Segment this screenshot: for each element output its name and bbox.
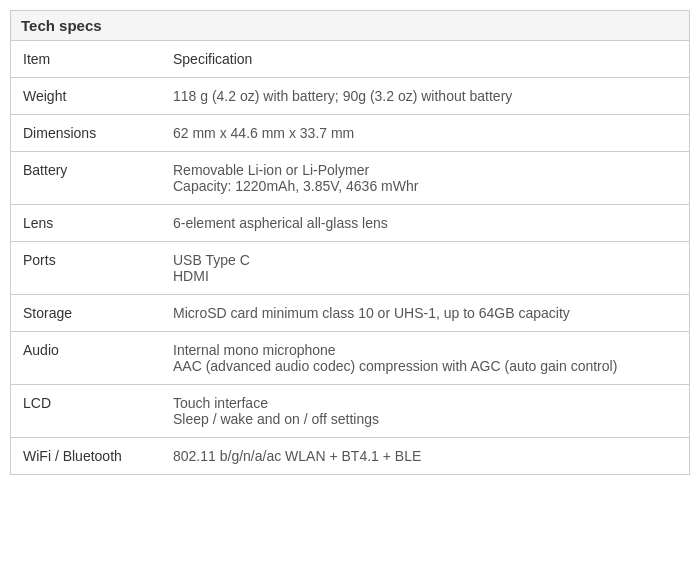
header-col1: Item [11, 41, 161, 78]
spec-line: AAC (advanced audio codec) compression w… [173, 358, 677, 374]
row-spec: Touch interfaceSleep / wake and on / off… [161, 385, 689, 438]
spec-line: 6-element aspherical all-glass lens [173, 215, 677, 231]
row-item: WiFi / Bluetooth [11, 438, 161, 475]
row-item: Dimensions [11, 115, 161, 152]
table-row: AudioInternal mono microphoneAAC (advanc… [11, 332, 689, 385]
table-row: PortsUSB Type CHDMI [11, 242, 689, 295]
row-item: Storage [11, 295, 161, 332]
row-spec: 62 mm x 44.6 mm x 33.7 mm [161, 115, 689, 152]
spec-line: MicroSD card minimum class 10 or UHS-1, … [173, 305, 677, 321]
row-spec: Internal mono microphoneAAC (advanced au… [161, 332, 689, 385]
spec-line: Sleep / wake and on / off settings [173, 411, 677, 427]
table-row: LCDTouch interfaceSleep / wake and on / … [11, 385, 689, 438]
row-spec: Removable Li-ion or Li-PolymerCapacity: … [161, 152, 689, 205]
spec-line: Touch interface [173, 395, 677, 411]
row-item: Lens [11, 205, 161, 242]
table-row: StorageMicroSD card minimum class 10 or … [11, 295, 689, 332]
row-spec: MicroSD card minimum class 10 or UHS-1, … [161, 295, 689, 332]
table-row: Weight118 g (4.2 oz) with battery; 90g (… [11, 78, 689, 115]
table-row: Dimensions62 mm x 44.6 mm x 33.7 mm [11, 115, 689, 152]
row-spec: USB Type CHDMI [161, 242, 689, 295]
table-row: Lens6-element aspherical all-glass lens [11, 205, 689, 242]
row-item: Battery [11, 152, 161, 205]
table-row: BatteryRemovable Li-ion or Li-PolymerCap… [11, 152, 689, 205]
row-item: Weight [11, 78, 161, 115]
spec-line: Removable Li-ion or Li-Polymer [173, 162, 677, 178]
row-spec: 802.11 b/g/n/a/ac WLAN + BT4.1 + BLE [161, 438, 689, 475]
spec-line: HDMI [173, 268, 677, 284]
spec-line: 118 g (4.2 oz) with battery; 90g (3.2 oz… [173, 88, 677, 104]
spec-line: Capacity: 1220mAh, 3.85V, 4636 mWhr [173, 178, 677, 194]
table-row: WiFi / Bluetooth802.11 b/g/n/a/ac WLAN +… [11, 438, 689, 475]
spec-line: 802.11 b/g/n/a/ac WLAN + BT4.1 + BLE [173, 448, 677, 464]
row-item: Ports [11, 242, 161, 295]
row-spec: 6-element aspherical all-glass lens [161, 205, 689, 242]
spec-line: Internal mono microphone [173, 342, 677, 358]
row-item: LCD [11, 385, 161, 438]
spec-line: USB Type C [173, 252, 677, 268]
spec-line: 62 mm x 44.6 mm x 33.7 mm [173, 125, 677, 141]
row-item: Audio [11, 332, 161, 385]
header-col2: Specification [161, 41, 689, 78]
table-title: Tech specs [11, 11, 689, 41]
tech-specs-table: Tech specs Item Specification Weight118 … [10, 10, 690, 475]
row-spec: 118 g (4.2 oz) with battery; 90g (3.2 oz… [161, 78, 689, 115]
